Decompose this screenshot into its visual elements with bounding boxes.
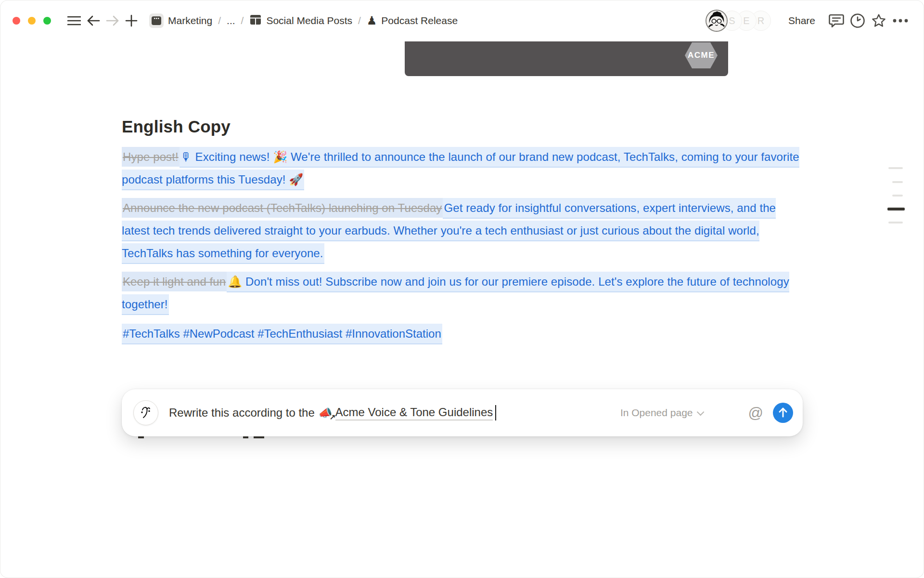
breadcrumb-label: ... <box>227 15 235 26</box>
more-button[interactable] <box>889 15 911 26</box>
outline-mark <box>888 222 903 223</box>
presence-avatars: S E R <box>706 10 771 32</box>
outline-mark-active <box>887 208 905 210</box>
zoom-window-button[interactable] <box>43 17 51 25</box>
outline-mark <box>888 167 903 169</box>
prompt-text: Rewrite this according to the <box>169 406 315 420</box>
suggested-edit-paragraph[interactable]: Hype post!🎙 Exciting news! 🎉 We're thril… <box>122 145 803 191</box>
hamburger-icon <box>67 15 81 26</box>
arrow-left-icon <box>87 15 100 26</box>
star-icon <box>871 13 886 28</box>
acme-logo-badge: ACME <box>685 42 718 68</box>
notion-ai-icon <box>133 400 158 425</box>
close-window-button[interactable] <box>13 17 20 25</box>
clock-icon <box>850 13 865 28</box>
page-heading: English Copy <box>122 117 803 136</box>
breadcrumb-label: Social Media Posts <box>266 15 352 26</box>
cover-image[interactable]: ACME <box>405 41 728 76</box>
deleted-text: Keep it light and fun <box>122 272 227 291</box>
send-button[interactable] <box>773 403 793 423</box>
hashtags-line[interactable]: #TechTalks #NewPodcast #TechEnthusiast #… <box>122 322 803 345</box>
text-cursor <box>495 405 496 420</box>
breadcrumb-label: Marketing <box>168 15 212 26</box>
ai-prompt-input[interactable]: Rewrite this according to the 📣↗ Acme Vo… <box>169 405 496 420</box>
deleted-text: Announce the new podcast (TechTalks) lau… <box>122 198 443 218</box>
suggested-edit-paragraph[interactable]: Announce the new podcast (TechTalks) lau… <box>122 197 803 264</box>
arrow-right-icon <box>106 15 119 26</box>
breadcrumb-label: Podcast Release <box>381 15 458 26</box>
megaphone-page-icon: 📣↗ <box>319 407 333 420</box>
history-button[interactable] <box>847 10 868 31</box>
breadcrumb-item-marketing[interactable]: Marketing <box>145 12 216 30</box>
page-mention-link[interactable]: Acme Voice & Tone Guidelines <box>335 406 493 420</box>
comment-icon <box>829 13 844 28</box>
ellipsis-icon <box>892 18 909 23</box>
suggested-edit-paragraph[interactable]: Keep it light and fun🔔 Don't miss out! S… <box>122 270 803 315</box>
link-arrow-icon: ↗ <box>330 413 336 421</box>
mention-button[interactable]: @ <box>748 406 763 420</box>
sidebar-toggle-button[interactable] <box>64 13 84 29</box>
board-icon <box>249 13 262 28</box>
breadcrumb: Marketing / ... / Social Media Posts / ♟… <box>145 12 462 30</box>
window-controls <box>13 17 51 25</box>
breadcrumb-separator: / <box>218 15 221 26</box>
arrow-up-icon <box>778 407 788 419</box>
new-page-button[interactable] <box>122 12 141 30</box>
toolbar: Marketing / ... / Social Media Posts / ♟… <box>0 0 924 41</box>
breadcrumb-item-social-media-posts[interactable]: Social Media Posts <box>245 12 356 30</box>
avatar[interactable] <box>706 10 728 32</box>
page-body: English Copy Hype post!🎙 Exciting news! … <box>122 117 803 345</box>
forward-button[interactable] <box>103 13 122 29</box>
workspace-icon <box>149 13 164 28</box>
acme-logo-text: ACME <box>688 51 715 60</box>
ai-prompt-bar[interactable]: Rewrite this according to the 📣↗ Acme Vo… <box>122 389 803 436</box>
breadcrumb-separator: / <box>241 15 244 26</box>
pawn-page-icon: ♟ <box>367 15 377 26</box>
breadcrumb-item-podcast-release[interactable]: ♟ Podcast Release <box>363 13 462 28</box>
breadcrumb-separator: / <box>358 15 361 26</box>
share-button[interactable]: Share <box>783 11 821 30</box>
comments-button[interactable] <box>826 11 847 31</box>
notion-window: Marketing / ... / Social Media Posts / ♟… <box>0 0 924 578</box>
back-button[interactable] <box>84 13 103 29</box>
breadcrumb-ellipsis[interactable]: ... <box>223 13 239 28</box>
chevron-down-icon <box>696 408 704 416</box>
minimize-window-button[interactable] <box>28 17 36 25</box>
outline-mark <box>892 195 903 197</box>
plus-icon <box>125 14 138 27</box>
scope-label: In Opened page <box>620 407 693 419</box>
inserted-text: 🎙 Exciting news! 🎉 We're thrilled to ann… <box>122 147 799 190</box>
outline-mark <box>892 181 903 183</box>
inserted-text: #TechTalks #NewPodcast #TechEnthusiast #… <box>122 324 442 344</box>
deleted-text: Hype post! <box>122 147 180 167</box>
scope-selector[interactable]: In Opened page <box>620 407 702 419</box>
favorite-button[interactable] <box>868 10 889 31</box>
